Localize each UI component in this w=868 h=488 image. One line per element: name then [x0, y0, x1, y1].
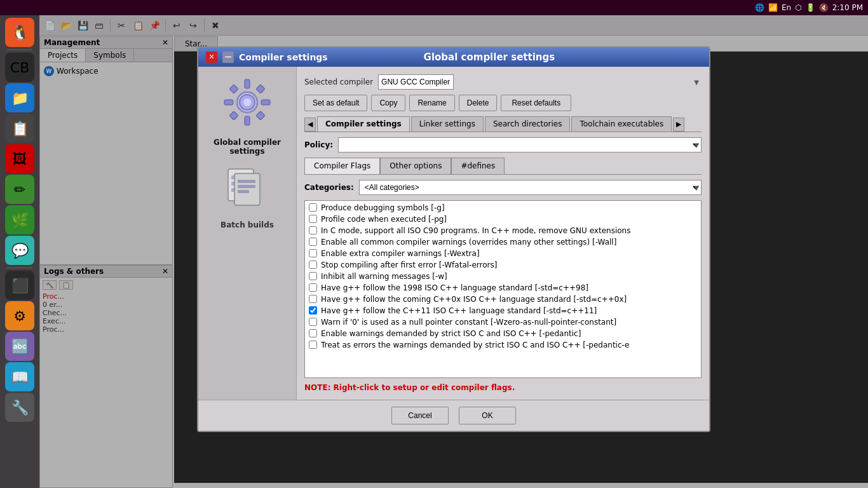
- flag-item-2[interactable]: In C mode, support all ISO C90 programs.…: [306, 225, 700, 236]
- svg-rect-4: [261, 100, 270, 105]
- dialog-close-button[interactable]: ✕: [206, 51, 217, 63]
- flag-label-0: Produce debugging symbols [-g]: [321, 203, 445, 212]
- flag-checkbox-6[interactable]: [309, 272, 317, 280]
- tab-compiler-settings[interactable]: Compiler settings: [317, 116, 410, 132]
- flag-label-1: Profile code when executed [-pg]: [321, 215, 447, 224]
- flag-item-4[interactable]: Enable extra compiler warnings [-Wextra]: [306, 248, 700, 259]
- launcher-codeblocks[interactable]: CB: [5, 53, 34, 82]
- batch-builds-icon: [225, 166, 269, 210]
- flag-checkbox-1[interactable]: [309, 215, 317, 223]
- flag-label-12: Treat as errors the warnings demanded by…: [321, 341, 629, 349]
- svg-point-10: [243, 98, 251, 106]
- svg-rect-17: [238, 185, 255, 188]
- flag-item-6[interactable]: Inhibit all warning messages [-w]: [306, 271, 700, 282]
- policy-label: Policy:: [304, 140, 333, 149]
- tab-linker-settings[interactable]: Linker settings: [411, 116, 484, 132]
- tab-prev-button[interactable]: ◀: [304, 118, 316, 132]
- flag-checkbox-4[interactable]: [309, 249, 317, 257]
- subtab-defines[interactable]: #defines: [451, 158, 505, 174]
- flag-label-6: Inhibit all warning messages [-w]: [321, 272, 447, 281]
- dialog-titlebar-app-label: Compiler settings: [239, 52, 328, 62]
- launcher-item4[interactable]: 🌿: [5, 205, 34, 234]
- ide-main: 📄 📂 💾 🗃 ✂ 📋 📌 ↩ ↪ ✖ Management ✕ Project…: [39, 15, 868, 488]
- flag-item-9[interactable]: Have g++ follow the C++11 ISO C++ langua…: [306, 305, 700, 316]
- dialog-titlebar: ✕ — Compiler settings Global compiler se…: [198, 48, 709, 67]
- svg-rect-16: [238, 180, 255, 183]
- dialog-overlay: ✕ — Compiler settings Global compiler se…: [39, 15, 868, 488]
- policy-select-wrapper: [338, 137, 702, 152]
- main-tabs-row: ◀ Compiler settings Linker settings Sear…: [304, 116, 702, 132]
- flag-checkbox-2[interactable]: [309, 226, 317, 234]
- lang-icon: En: [782, 3, 791, 12]
- tab-next-button[interactable]: ▶: [673, 118, 684, 132]
- taskbar-icons: 🌐 📶 En ⬡ 🔋 🔇 2:10 PM: [755, 3, 863, 12]
- launcher-item5[interactable]: 💬: [5, 236, 34, 265]
- flag-item-5[interactable]: Stop compiling after first error [-Wfata…: [306, 259, 700, 271]
- flag-item-3[interactable]: Enable all common compiler warnings (ove…: [306, 236, 700, 248]
- subtab-other-options[interactable]: Other options: [380, 158, 451, 174]
- flags-list: Produce debugging symbols [-g]Profile co…: [305, 201, 701, 352]
- launcher-item2[interactable]: 🖼: [5, 144, 34, 173]
- flag-checkbox-11[interactable]: [309, 329, 317, 337]
- svg-rect-18: [238, 190, 249, 193]
- set-as-default-button[interactable]: Set as default: [304, 95, 367, 111]
- flag-checkbox-9[interactable]: [309, 306, 317, 315]
- flag-item-7[interactable]: Have g++ follow the 1998 ISO C++ languag…: [306, 282, 700, 294]
- flag-checkbox-8[interactable]: [309, 295, 317, 303]
- dialog-sidebar: Global compiler settings Batch builds: [198, 67, 297, 400]
- delete-button[interactable]: Delete: [459, 95, 498, 111]
- flag-label-3: Enable all common compiler warnings (ove…: [321, 238, 616, 247]
- tab-toolchain-executables[interactable]: Toolchain executables: [571, 116, 672, 132]
- selected-compiler-row: Selected compiler GNU GCC Compiler: [304, 74, 702, 90]
- compiler-select[interactable]: GNU GCC Compiler: [378, 74, 454, 90]
- launcher-item1[interactable]: 📋: [5, 114, 34, 143]
- launcher-item3[interactable]: ✏: [5, 175, 34, 204]
- copy-button[interactable]: Copy: [371, 95, 405, 111]
- flag-label-2: In C mode, support all ISO C90 programs.…: [321, 226, 630, 235]
- flag-item-8[interactable]: Have g++ follow the coming C++0x ISO C++…: [306, 294, 700, 305]
- launcher-item7[interactable]: 🔤: [5, 332, 34, 361]
- taskbar: 🌐 📶 En ⬡ 🔋 🔇 2:10 PM: [0, 0, 868, 15]
- categories-select-wrapper: <All categories>: [359, 180, 702, 195]
- batch-builds-label: Batch builds: [220, 220, 274, 229]
- svg-rect-3: [224, 100, 233, 105]
- cancel-button[interactable]: Cancel: [391, 407, 449, 424]
- flag-checkbox-3[interactable]: [309, 238, 317, 246]
- launcher-item8[interactable]: 📖: [5, 362, 34, 391]
- flag-checkbox-7[interactable]: [309, 283, 317, 292]
- flag-label-4: Enable extra compiler warnings [-Wextra]: [321, 249, 480, 258]
- dialog-content: Selected compiler GNU GCC Compiler Set a…: [297, 67, 709, 400]
- tab-search-directories[interactable]: Search directories: [485, 116, 571, 132]
- launcher-divider-2: [7, 268, 32, 268]
- compiler-settings-dialog: ✕ — Compiler settings Global compiler se…: [197, 46, 710, 432]
- launcher-item9[interactable]: 🔧: [5, 393, 34, 422]
- flag-checkbox-5[interactable]: [309, 261, 317, 269]
- flag-item-11[interactable]: Enable warnings demanded by strict ISO C…: [306, 328, 700, 339]
- categories-select[interactable]: <All categories>: [359, 180, 702, 195]
- flag-item-12[interactable]: Treat as errors the warnings demanded by…: [306, 339, 700, 351]
- flag-item-1[interactable]: Profile code when executed [-pg]: [306, 214, 700, 225]
- policy-select[interactable]: [338, 137, 702, 152]
- ok-button[interactable]: OK: [459, 407, 516, 424]
- svg-rect-7: [229, 111, 238, 119]
- flag-checkbox-10[interactable]: [309, 318, 317, 326]
- flag-checkbox-0[interactable]: [309, 203, 317, 212]
- categories-row: Categories: <All categories>: [304, 180, 702, 195]
- flag-item-10[interactable]: Warn if '0' is used as a null pointer co…: [306, 316, 700, 328]
- reset-defaults-button[interactable]: Reset defaults: [501, 95, 571, 111]
- rename-button[interactable]: Rename: [409, 95, 454, 111]
- global-compiler-settings-label: Global compiler settings: [203, 138, 291, 156]
- dialog-min-button[interactable]: —: [222, 51, 234, 63]
- flag-item-0[interactable]: Produce debugging symbols [-g]: [306, 202, 700, 214]
- flags-list-container[interactable]: Produce debugging symbols [-g]Profile co…: [304, 200, 702, 378]
- launcher-files[interactable]: 📁: [5, 83, 34, 112]
- flag-checkbox-12[interactable]: [309, 341, 317, 349]
- policy-row: Policy:: [304, 137, 702, 152]
- launcher-terminal[interactable]: ⬛: [5, 271, 34, 300]
- launcher-item6[interactable]: ⚙: [5, 301, 34, 330]
- svg-rect-6: [256, 84, 265, 93]
- subtab-compiler-flags[interactable]: Compiler Flags: [304, 158, 380, 174]
- categories-label: Categories:: [304, 183, 354, 192]
- launcher-ubuntu[interactable]: 🐧: [5, 18, 34, 47]
- volume-icon: 🔇: [819, 3, 829, 12]
